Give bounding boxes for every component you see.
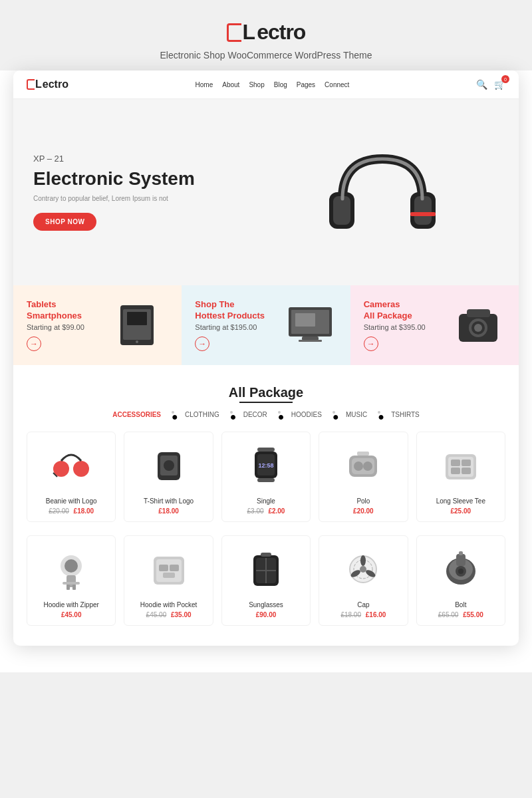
filter-hoodies[interactable]: HOODIES	[291, 411, 322, 418]
product-card-polo[interactable]: Polo £20.00	[319, 432, 408, 522]
product-img-long-sleeve	[424, 439, 498, 492]
product-name-tshirt: T-Shirt with Logo	[131, 497, 205, 505]
nav-link-shop[interactable]: Shop	[249, 81, 264, 88]
hero-subtitle: XP – 21	[33, 154, 266, 164]
product-prices-sunglasses: £90.00	[229, 611, 303, 618]
cat-arrow-hottest[interactable]: →	[195, 336, 209, 351]
svg-rect-51	[163, 573, 175, 578]
filter-decor[interactable]: DECOR	[243, 411, 267, 418]
price-polo: £20.00	[353, 507, 374, 515]
nav-logo[interactable]: L ectro	[27, 78, 68, 90]
logo-bracket	[227, 23, 241, 42]
search-icon[interactable]: 🔍	[476, 79, 487, 90]
nav-logo-bracket	[27, 79, 35, 90]
hero-image	[266, 126, 499, 259]
product-card-cap[interactable]: Cap £18.00 £16.00	[319, 535, 408, 626]
product-card-long-sleeve[interactable]: Long Sleeve Tee £25.00	[416, 432, 505, 522]
cat-price-cameras: Starting at $395.00	[364, 323, 452, 331]
shop-now-button[interactable]: SHOP NOW	[33, 213, 96, 231]
product-name-long-sleeve: Long Sleeve Tee	[424, 497, 498, 505]
svg-rect-34	[357, 452, 369, 456]
svg-point-7	[136, 340, 138, 343]
price-sale-single: £2.00	[268, 507, 285, 515]
product-card-hoodie-pocket[interactable]: Hoodie with Pocket £45.00 £35.00	[124, 535, 213, 626]
svg-point-60	[360, 555, 366, 566]
svg-text:12:58: 12:58	[258, 462, 273, 469]
nav-link-blog[interactable]: Blog	[274, 81, 287, 88]
product-name-beanie: Beanie with Logo	[34, 497, 108, 505]
product-grid-row2: Hoodie with Zipper £45.00	[27, 535, 505, 626]
cat-text-tablets: Tablets Smartphones Starting at $99.00 →	[27, 299, 115, 351]
product-name-single: Single	[229, 497, 303, 505]
hero-section: XP – 21 Electronic System Contrary to po…	[13, 99, 519, 285]
cat-image-cameras	[452, 302, 505, 348]
product-card-hoodie-zipper[interactable]: Hoodie with Zipper £45.00	[27, 535, 116, 626]
svg-rect-66	[459, 551, 463, 555]
product-name-sunglasses: Sunglasses	[229, 601, 303, 608]
nav-logo-text: ectro	[43, 78, 68, 90]
nav-link-home[interactable]: Home	[196, 81, 213, 88]
filter-tabs: ACCESSORIES ● CLOTHING ● DECOR ● HOODIES…	[27, 411, 505, 418]
filter-tshirts[interactable]: TSHIRTS	[391, 411, 420, 418]
svg-rect-65	[456, 554, 466, 566]
section-title: All Package	[27, 385, 505, 400]
camera-svg	[454, 304, 503, 347]
product-prices-single: £3.00 £2.00	[229, 507, 303, 515]
svg-rect-25	[257, 448, 275, 452]
product-prices-polo: £20.00	[326, 507, 400, 515]
product-prices-tshirt: £18.00	[131, 507, 205, 515]
brand-logo-top: L ectro	[13, 20, 519, 45]
hero-description: Contrary to popular belief, Lorem Ipsum …	[33, 195, 266, 202]
svg-rect-46	[72, 585, 76, 590]
product-img-hoodie-zipper	[34, 543, 108, 596]
price-sale-cap: £16.00	[366, 611, 386, 618]
filter-clothing[interactable]: CLOTHING	[185, 411, 219, 418]
cart-count: 0	[501, 75, 509, 83]
price-original-hoodie-pocket: £45.00	[146, 611, 167, 618]
svg-rect-8	[127, 312, 147, 325]
price-original-beanie: £20.00	[49, 507, 69, 515]
svg-point-59	[360, 566, 366, 573]
product-card-sunglasses[interactable]: Sunglasses £90.00	[221, 535, 311, 626]
top-branding: L ectro Electronic Shop WooCommerce Word…	[0, 0, 532, 70]
nav-links: Home About Shop Blog Pages Connect	[196, 81, 350, 88]
hero-title: Electronic System	[33, 168, 266, 190]
nav-link-connect[interactable]: Connect	[325, 81, 349, 88]
svg-rect-15	[467, 309, 490, 317]
product-img-cap	[326, 543, 400, 596]
svg-rect-45	[66, 585, 70, 590]
cat-subtitle-cameras: All Package	[364, 311, 452, 321]
brand-name: ectro	[257, 20, 305, 45]
svg-rect-50	[170, 565, 179, 571]
svg-rect-44	[63, 582, 80, 585]
product-prices-bolt: £65.00 £55.00	[424, 611, 498, 618]
category-card-hottest: Shop The Hottest Products Starting at $1…	[182, 285, 350, 365]
cat-image-tablets	[115, 302, 168, 348]
product-card-beanie[interactable]: Beanie with Logo £20.00 £18.00	[27, 432, 116, 522]
filter-accessories[interactable]: ACCESSORIES	[112, 411, 161, 418]
nav-link-pages[interactable]: Pages	[297, 81, 315, 88]
nav-link-about[interactable]: About	[222, 81, 239, 88]
product-card-tshirt[interactable]: T-Shirt with Logo £18.00	[124, 432, 213, 522]
product-card-bolt[interactable]: Bolt £65.00 £55.00	[416, 535, 505, 626]
product-name-hoodie-zipper: Hoodie with Zipper	[34, 601, 108, 608]
svg-point-32	[354, 462, 363, 471]
product-name-hoodie-pocket: Hoodie with Pocket	[131, 601, 205, 608]
cat-arrow-tablets[interactable]: →	[27, 336, 41, 351]
price-original-single: £3.00	[247, 507, 264, 515]
product-prices-long-sleeve: £25.00	[424, 507, 498, 515]
svg-rect-49	[159, 565, 168, 571]
brand-tagline: Electronic Shop WooCommerce WordPress Th…	[13, 50, 519, 61]
cat-title-tablets: Tablets	[27, 299, 115, 311]
cart-icon[interactable]: 🛒 0	[494, 79, 505, 90]
site-frame: L ectro Home About Shop Blog Pages Conne…	[13, 70, 519, 646]
price-hoodie-zipper: £45.00	[61, 611, 82, 618]
product-card-single[interactable]: 12:58 Single £3.00 £2.00	[221, 432, 311, 522]
price-tshirt: £18.00	[158, 507, 179, 515]
cat-arrow-cameras[interactable]: →	[364, 336, 378, 351]
svg-rect-38	[462, 460, 471, 466]
product-prices-cap: £18.00 £16.00	[326, 611, 400, 618]
filter-music[interactable]: MUSIC	[346, 411, 367, 418]
category-card-cameras: Cameras All Package Starting at $395.00 …	[350, 285, 519, 365]
svg-point-68	[458, 569, 464, 574]
